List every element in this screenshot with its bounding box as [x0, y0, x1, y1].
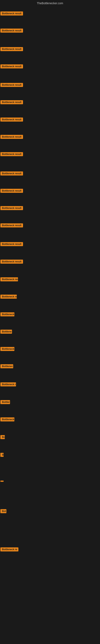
bottleneck-row-2: Bottleneck result	[0, 47, 23, 52]
bottleneck-badge-15[interactable]: Bottleneck result	[0, 277, 18, 281]
bottleneck-row-25: B	[0, 453, 3, 458]
bottleneck-badge-10[interactable]: Bottleneck result	[0, 189, 23, 193]
bottleneck-row-9: Bottleneck result	[0, 172, 23, 176]
bottleneck-row-3: Bottleneck result	[0, 64, 23, 69]
bottleneck-badge-19[interactable]: Bottleneck	[0, 347, 14, 351]
bottleneck-badge-11[interactable]: Bottleneck result	[0, 206, 23, 210]
bottleneck-row-7: Bottleneck result	[0, 135, 23, 140]
bottleneck-badge-26[interactable]	[0, 480, 3, 482]
bottleneck-badge-21[interactable]: Bottleneck r	[0, 382, 16, 386]
bottleneck-row-23: Bottleneck	[0, 418, 14, 422]
bottleneck-row-18: Bottlene	[0, 330, 12, 334]
bottleneck-badge-22[interactable]: Bottler	[0, 400, 10, 404]
bottleneck-row-14: Bottleneck result	[0, 260, 23, 264]
bottleneck-badge-8[interactable]: Bottleneck result	[0, 152, 23, 156]
bottleneck-row-12: Bottleneck result	[0, 224, 23, 228]
bottleneck-badge-0[interactable]: Bottleneck result	[0, 12, 23, 16]
bottleneck-row-17: Bottleneck	[0, 312, 14, 317]
bottleneck-badge-4[interactable]: Bottleneck result	[0, 83, 23, 87]
bottleneck-badge-18[interactable]: Bottlene	[0, 330, 12, 334]
bottleneck-badge-25[interactable]: B	[0, 453, 3, 457]
bottleneck-row-22: Bottler	[0, 400, 10, 405]
bottleneck-row-11: Bottleneck result	[0, 206, 23, 211]
bottleneck-badge-28[interactable]: Bottleneck re	[0, 548, 18, 552]
bottleneck-row-19: Bottleneck	[0, 347, 14, 352]
bottleneck-row-26	[0, 479, 3, 482]
bottleneck-row-21: Bottleneck r	[0, 382, 16, 387]
site-title: TheBottlenecker.com	[37, 2, 63, 5]
bottleneck-badge-20[interactable]: Bottlenec	[0, 364, 13, 368]
bottleneck-row-4: Bottleneck result	[0, 83, 23, 88]
bottleneck-badge-7[interactable]: Bottleneck result	[0, 135, 23, 139]
bottleneck-badge-14[interactable]: Bottleneck result	[0, 260, 23, 264]
bottleneck-badge-24[interactable]: Bo	[0, 435, 5, 439]
bottleneck-row-13: Bottleneck result	[0, 242, 23, 247]
site-header: TheBottlenecker.com	[0, 0, 100, 6]
bottleneck-row-24: Bo	[0, 435, 5, 440]
bottleneck-badge-5[interactable]: Bottleneck result	[0, 100, 23, 104]
bottleneck-row-1: Bottleneck result	[0, 28, 23, 34]
bottleneck-row-15: Bottleneck result	[0, 277, 18, 282]
bottleneck-badge-12[interactable]: Bottleneck result	[0, 224, 23, 228]
bottleneck-row-0: Bottleneck result	[0, 12, 23, 16]
bottleneck-badge-3[interactable]: Bottleneck result	[0, 64, 23, 68]
bottleneck-badge-13[interactable]: Bottleneck result	[0, 242, 23, 246]
bottleneck-row-10: Bottleneck result	[0, 189, 23, 194]
bottleneck-badge-2[interactable]: Bottleneck result	[0, 47, 23, 51]
bottleneck-badge-1[interactable]: Bottleneck result	[0, 28, 23, 32]
bottleneck-row-8: Bottleneck result	[0, 152, 23, 157]
bottleneck-badge-27[interactable]: Bot	[0, 509, 6, 513]
bottleneck-badge-23[interactable]: Bottleneck	[0, 418, 14, 422]
bottleneck-badge-17[interactable]: Bottleneck	[0, 312, 14, 316]
bottleneck-row-6: Bottleneck result	[0, 118, 23, 122]
bottleneck-row-16: Bottleneck resu	[0, 295, 17, 300]
bottleneck-badge-9[interactable]: Bottleneck result	[0, 172, 23, 176]
bottleneck-row-28: Bottleneck re	[0, 548, 18, 552]
bottleneck-row-27: Bot	[0, 509, 6, 514]
bottleneck-badge-6[interactable]: Bottleneck result	[0, 118, 23, 122]
bottleneck-badge-16[interactable]: Bottleneck resu	[0, 295, 17, 299]
bottleneck-row-20: Bottlenec	[0, 364, 13, 369]
bottleneck-row-5: Bottleneck result	[0, 100, 23, 105]
